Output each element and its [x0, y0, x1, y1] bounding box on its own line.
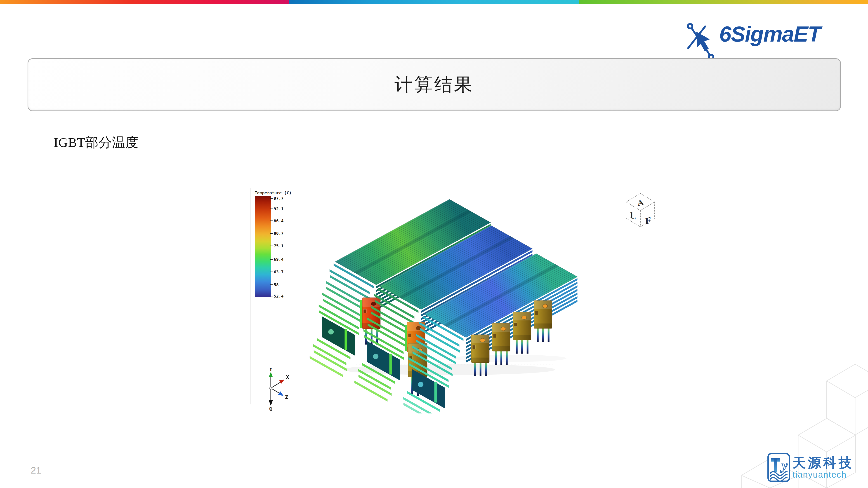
top-accent-bar — [0, 0, 868, 4]
title-banner: 计算结果 — [28, 58, 841, 111]
axis-g-arrow — [269, 400, 273, 406]
ty-emblem-icon: y — [767, 453, 790, 482]
axis-y-arrow — [269, 372, 273, 377]
view-cube-right-label: F — [645, 215, 651, 226]
axis-g-label: G — [269, 405, 272, 412]
tianyuan-logo-en: tianyuantech — [793, 470, 847, 480]
simulation-viewport: Temperature (C) 97.7 92.1 86.4 80.7 75.1… — [250, 188, 657, 414]
sigmaet-logo: 6SigmaET — [685, 20, 839, 61]
accent-bar-warm-segment — [0, 0, 289, 4]
axis-z-arrow — [278, 391, 283, 396]
axis-z-label: Z — [285, 394, 288, 400]
accent-bar-cool-segment — [289, 0, 579, 4]
view-cube-left-label: L — [630, 210, 636, 222]
sigmaet-cursor-icon — [685, 21, 717, 61]
thermal-model-3d — [250, 188, 602, 414]
axis-triad: Y X Z G — [259, 368, 300, 413]
axis-x-label: X — [286, 374, 289, 381]
axis-x-arrow — [279, 380, 284, 384]
axis-y-label: Y — [269, 368, 272, 372]
tianyuan-logo-cn: 天源科技 — [793, 454, 854, 472]
sigmaet-logo-text: 6SigmaET — [719, 22, 820, 46]
tianyuan-logo: y 天源科技 tianyuantech — [767, 453, 862, 484]
section-subtitle: IGBT部分温度 — [54, 134, 138, 151]
page-title: 计算结果 — [395, 72, 474, 97]
slide-canvas: 6SigmaET 计算结果 IGBT部分温度 Temperature (C) 9… — [0, 0, 868, 488]
page-number: 21 — [31, 465, 41, 476]
view-cube: A L F — [621, 189, 659, 230]
accent-bar-green-segment — [579, 0, 868, 4]
